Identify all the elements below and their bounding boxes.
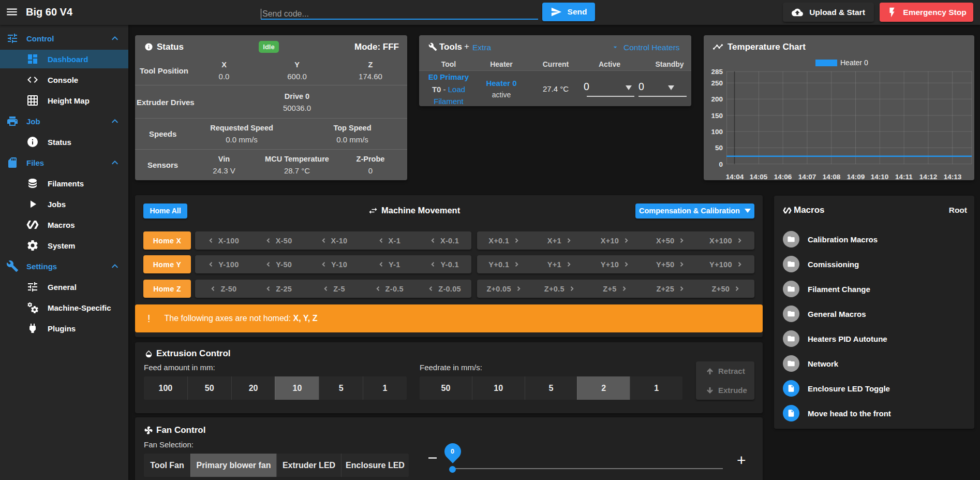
svg-text:250: 250: [711, 79, 723, 87]
svg-text:50: 50: [715, 144, 723, 152]
svg-text:14:04: 14:04: [726, 173, 744, 180]
svg-text:14:07: 14:07: [798, 173, 816, 180]
svg-text:14:06: 14:06: [774, 173, 792, 180]
svg-text:14:09: 14:09: [847, 173, 865, 180]
svg-text:100: 100: [711, 128, 723, 136]
svg-text:14:05: 14:05: [750, 173, 768, 180]
svg-text:14:11: 14:11: [895, 173, 913, 180]
svg-text:14:12: 14:12: [919, 173, 938, 180]
svg-text:14:10: 14:10: [871, 173, 889, 180]
svg-text:285: 285: [711, 68, 723, 76]
svg-text:200: 200: [711, 95, 723, 103]
svg-text:0: 0: [719, 161, 723, 168]
svg-text:Heater 0: Heater 0: [840, 59, 868, 67]
svg-text:14:08: 14:08: [823, 173, 841, 180]
svg-text:150: 150: [711, 112, 723, 120]
svg-text:14:13: 14:13: [944, 173, 962, 180]
